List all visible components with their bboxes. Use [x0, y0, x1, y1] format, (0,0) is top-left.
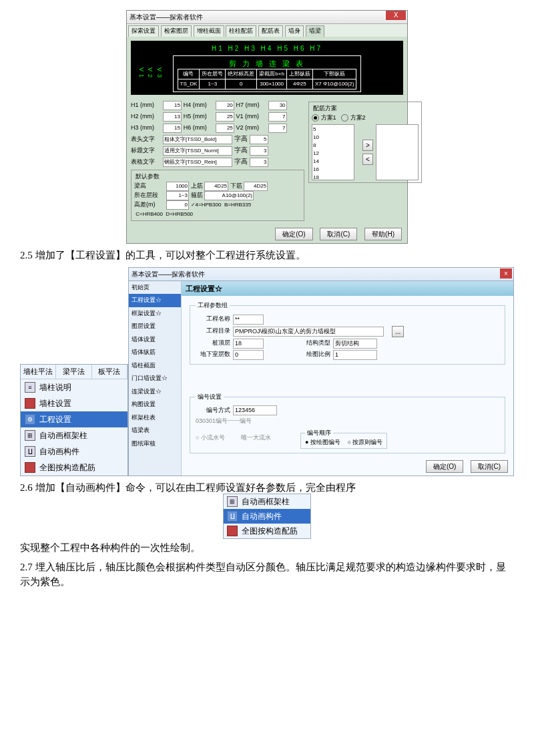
dialog-project-settings: 基本设置——探索者软件× 初始页 工程设置☆ 框架设置☆ 图层设置 墙体设置 墙… — [128, 267, 514, 476]
side-item[interactable]: 墙梁表 — [129, 424, 181, 437]
tab-explore[interactable]: 探索设置 — [128, 25, 159, 37]
elev-diff[interactable]: 0 — [166, 200, 189, 210]
proj-dir-input[interactable]: PMPROJ\模拟\山东蛮人的剪力墙模型 — [233, 327, 384, 337]
proj-name-input[interactable]: ** — [233, 315, 264, 325]
v1-input[interactable]: 7 — [268, 112, 287, 122]
para-2.6a: 2.6 增加【自动画构件】命令，可以在由工程师设置好各参数后，完全由程序 — [20, 480, 514, 496]
side-item[interactable]: 框架设置☆ — [129, 307, 181, 321]
cad-v-labels: V3 V2 V1 — [136, 67, 164, 96]
close-icon[interactable]: X — [386, 11, 406, 20]
mi-all-rebar[interactable]: 全图按构造配筋 — [224, 524, 310, 538]
side-item[interactable]: 构图设置 — [129, 398, 181, 411]
side-item[interactable]: 连梁设置☆ — [129, 385, 181, 399]
ok-button[interactable]: 确定(O) — [426, 460, 463, 473]
cad-table: 编号所在层号绝对标高差梁截面b×h上部纵筋下部纵筋 TS_DK1~30300×1… — [178, 69, 357, 89]
cad-h-labels: H1 H2 H3 H4 H5 H6 H7 — [134, 43, 400, 53]
title-font-h[interactable]: 3 — [250, 146, 268, 156]
top-floor-input[interactable]: 18 — [233, 339, 264, 349]
struct-type-select[interactable]: 剪切结构 — [333, 339, 377, 349]
tab-wallbeam[interactable]: 墙梁 — [306, 25, 324, 37]
mi-all-rebar[interactable]: 全图按构造配筋 — [21, 459, 127, 476]
tab-wallcol[interactable]: 墙柱平法 — [21, 365, 56, 379]
table-font-select[interactable]: 钢筋文字[TSSD_Rein] — [163, 158, 232, 167]
side-project[interactable]: 工程设置☆ — [129, 294, 181, 307]
stirrup-input[interactable]: A10@100(2) — [204, 191, 254, 200]
num-method-select[interactable]: 123456 — [233, 405, 277, 415]
gear-icon — [25, 398, 35, 409]
dialog1-titlebar: 基本设置——探索者软件 X — [127, 11, 407, 24]
close-icon[interactable]: × — [500, 268, 512, 278]
mi-auto-component[interactable]: ∐自动画构件 — [21, 443, 127, 459]
para-2.7: 2.7 埋入轴压比后，轴压比颜色会根据构件类型自动区分颜色。轴压比满足规范要求的… — [20, 560, 514, 590]
side-item[interactable]: 墙体设置 — [129, 333, 181, 347]
mi-wallcol-desc[interactable]: ≡墙柱说明 — [21, 379, 127, 395]
header-font-select[interactable]: 粗体文字[TSSD_Bold] — [163, 135, 232, 144]
beam-h-input[interactable]: 1000 — [166, 182, 189, 191]
fill-icon — [227, 526, 238, 536]
header-font-h[interactable]: 5 — [250, 135, 268, 144]
side-item[interactable]: 门口墙设置☆ — [129, 372, 181, 385]
v2-input[interactable]: 7 — [268, 124, 287, 133]
doc-icon: ≡ — [25, 382, 35, 393]
h2-input[interactable]: 13 — [163, 112, 182, 122]
scheme1-radio[interactable] — [312, 114, 319, 122]
side-item[interactable]: 图纸审核 — [129, 437, 181, 451]
mi-auto-frame-col[interactable]: ⊞自动画框架柱 — [21, 427, 127, 443]
h6-input[interactable]: 25 — [216, 124, 234, 133]
mi-auto-component[interactable]: ∐自动画构件 — [224, 509, 310, 524]
side-item[interactable]: 墙柱截面 — [129, 359, 181, 373]
dlg2-title: 基本设置——探索者软件 — [131, 270, 205, 278]
bot-rebar[interactable]: 4D25 — [244, 182, 268, 191]
table-font-h[interactable]: 3 — [250, 158, 268, 167]
floors-input[interactable]: 1~3 — [166, 191, 189, 200]
cancel-button[interactable]: 取消(C) — [320, 228, 357, 240]
default-params-group: 默认参数 梁高1000 上筋 4D25 下筋 4D25 所在层段1~3 箍筋 A… — [131, 170, 304, 221]
dialog1-title: 基本设置——探索者软件 — [129, 13, 203, 21]
radio-large[interactable]: 唯一大流水 — [241, 433, 271, 443]
column-icon: ∐ — [227, 511, 238, 522]
tab-section[interactable]: 增柱截面 — [194, 25, 224, 37]
radio-small[interactable]: ○ 小流水号 — [196, 433, 225, 443]
mi-project-set[interactable]: ⚙工程设置 — [21, 411, 127, 427]
tab-beam[interactable]: 梁平法 — [56, 365, 91, 379]
move-left-button[interactable]: < — [362, 154, 373, 165]
side-item[interactable]: 图层设置 — [129, 320, 181, 333]
radio-by-draw[interactable]: ● 按绘图编号 — [305, 439, 340, 445]
scheme2-radio[interactable] — [341, 114, 348, 122]
ok-button[interactable]: 确定(O) — [275, 228, 312, 240]
h5-input[interactable]: 25 — [216, 112, 234, 122]
fill-icon — [25, 462, 35, 473]
scheme-list-left[interactable]: 5 10 8 12 14 16 18 20 22 10 25 — [312, 124, 354, 180]
mi-auto-frame-col[interactable]: ⊞自动画框架柱 — [224, 494, 310, 509]
browse-button[interactable]: ... — [392, 326, 404, 337]
grid-icon: ⊞ — [227, 496, 238, 507]
h7-input[interactable]: 30 — [268, 101, 287, 110]
move-right-button[interactable]: > — [362, 140, 373, 151]
scheme-list-right[interactable] — [376, 124, 419, 180]
project-params-group: 工程参数组 工程名称** 工程目录PMPROJ\模拟\山东蛮人的剪力墙模型 ..… — [190, 301, 505, 365]
side-item[interactable]: 墙体纵筋 — [129, 346, 181, 359]
h4-input[interactable]: 20 — [216, 101, 234, 110]
side-init[interactable]: 初始页 — [129, 281, 181, 295]
h3-input[interactable]: 15 — [163, 124, 182, 133]
column-icon: ∐ — [25, 446, 35, 457]
basement-input[interactable]: 0 — [233, 350, 264, 360]
top-rebar[interactable]: 4D25 — [204, 182, 228, 191]
cad-table-title: 剪 力 墙 连 梁 表 — [178, 58, 357, 69]
tab-layer[interactable]: 检索图层 — [161, 25, 192, 37]
mi-wallcol-set[interactable]: 墙柱设置 — [21, 395, 127, 411]
radio-by-rule[interactable]: ○ 按原则编号 — [347, 439, 382, 445]
help-button[interactable]: 帮助(H) — [364, 228, 402, 240]
tab-slab[interactable]: 板平法 — [92, 365, 127, 379]
side-item[interactable]: 框架柱表 — [129, 411, 181, 425]
title-font-select[interactable]: 通用文字[TSSD_Norm] — [163, 146, 232, 156]
h1-input[interactable]: 15 — [163, 101, 182, 110]
tab-wall[interactable]: 墙身 — [285, 25, 304, 37]
cancel-button[interactable]: 取消(C) — [471, 460, 508, 473]
dialog-basic-settings: 基本设置——探索者软件 X 探索设置 检索图层 增柱截面 柱柱配筋 配筋表 墙身… — [126, 10, 408, 244]
dlg2-sidebar: 初始页 工程设置☆ 框架设置☆ 图层设置 墙体设置 墙体纵筋 墙柱截面 门口墙设… — [129, 281, 182, 476]
numbering-group: 编号设置 编号方式123456 030301编号一一编号 ○ 小流水号 唯一大流… — [190, 393, 505, 453]
scale-input[interactable]: 1 — [333, 350, 377, 360]
tab-reinforce[interactable]: 柱柱配筋 — [226, 25, 256, 37]
tab-rebar-table[interactable]: 配筋表 — [258, 25, 283, 37]
